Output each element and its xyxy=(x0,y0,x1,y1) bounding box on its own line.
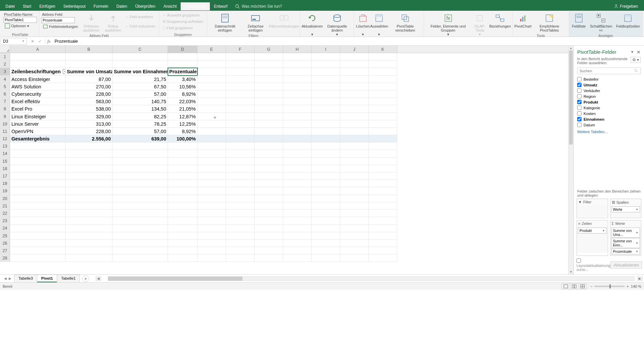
cell-D14[interactable] xyxy=(168,150,197,157)
row-header-13[interactable]: 13 xyxy=(0,143,10,150)
fieldlist-layout-icon[interactable]: ⚙ ▾ xyxy=(631,57,641,63)
fx-icon[interactable]: fx xyxy=(45,39,52,44)
cell-D23[interactable] xyxy=(168,217,197,225)
cell-B2[interactable] xyxy=(65,61,112,68)
zoom-in[interactable]: + xyxy=(627,284,629,288)
cell-H4[interactable] xyxy=(283,76,312,83)
cell-E15[interactable] xyxy=(197,158,226,165)
cell-I4[interactable] xyxy=(312,76,340,83)
cell-F25[interactable] xyxy=(226,232,255,240)
cell-H25[interactable] xyxy=(283,232,312,240)
cell-F19[interactable] xyxy=(226,187,255,195)
cell-K17[interactable] xyxy=(369,172,397,180)
cell-G24[interactable] xyxy=(255,225,283,232)
cell-K13[interactable] xyxy=(369,143,397,150)
cell-E4[interactable] xyxy=(197,76,226,83)
cell-I17[interactable] xyxy=(312,172,340,180)
row-header-8[interactable]: 8 xyxy=(0,105,10,113)
cell-J11[interactable] xyxy=(340,128,369,135)
cell-I11[interactable] xyxy=(312,128,340,135)
cell-F9[interactable] xyxy=(226,113,255,120)
cell-A16[interactable] xyxy=(10,165,65,172)
cell-I10[interactable] xyxy=(312,120,340,128)
cell-C24[interactable] xyxy=(112,225,168,232)
cell-E11[interactable] xyxy=(197,128,226,135)
cell-G12[interactable] xyxy=(255,135,283,143)
cell-I8[interactable] xyxy=(312,105,340,113)
tab-einfuegen[interactable]: Einfügen xyxy=(35,2,59,10)
cell-D15[interactable] xyxy=(168,158,197,165)
cell-C27[interactable] xyxy=(112,247,168,254)
cell-D3[interactable]: Prozentuale xyxy=(168,68,197,75)
cell-F8[interactable] xyxy=(226,105,255,113)
cell-G14[interactable] xyxy=(255,150,283,157)
cell-G26[interactable] xyxy=(255,240,283,247)
field-settings[interactable]: Feldeinstellungen xyxy=(41,24,79,30)
cell-C7[interactable]: 140,75 xyxy=(112,98,168,105)
cell-B4[interactable]: 87,00 xyxy=(65,76,112,83)
column-header-I[interactable]: I xyxy=(312,46,340,53)
cell-B23[interactable] xyxy=(65,217,112,225)
cell-H7[interactable] xyxy=(283,98,312,105)
cell-I13[interactable] xyxy=(312,143,340,150)
cell-C3[interactable]: Summe von Einnahmen xyxy=(112,68,168,75)
cell-K20[interactable] xyxy=(369,195,397,202)
cell-H16[interactable] xyxy=(283,165,312,172)
tell-me-search[interactable]: Was möchten Sie tun? xyxy=(232,4,285,9)
more-tables-link[interactable]: Weitere Tabellen... xyxy=(574,128,644,135)
cell-B21[interactable] xyxy=(65,202,112,210)
cell-K28[interactable] xyxy=(369,254,397,262)
cell-I23[interactable] xyxy=(312,217,340,225)
cell-B3[interactable]: Summe von Umsatz xyxy=(65,68,112,75)
hscroll-right[interactable]: ▶ xyxy=(637,276,643,281)
cell-A28[interactable] xyxy=(10,254,65,262)
area-filters[interactable]: ▼ Filter xyxy=(577,199,608,218)
cell-K6[interactable] xyxy=(369,90,397,98)
cell-C1[interactable] xyxy=(112,53,168,61)
field-umsatz[interactable]: Umsatz xyxy=(577,82,641,88)
cell-C11[interactable]: 57,00 xyxy=(112,128,168,135)
cell-B12[interactable]: 2.556,00 xyxy=(65,135,112,143)
formula-accept[interactable]: ✓ xyxy=(36,39,44,44)
cell-G4[interactable] xyxy=(255,76,283,83)
cell-C20[interactable] xyxy=(112,195,168,202)
field-produkt[interactable]: Produkt xyxy=(577,99,641,105)
cell-H10[interactable] xyxy=(283,120,312,128)
cell-A25[interactable] xyxy=(10,232,65,240)
cell-I18[interactable] xyxy=(312,180,340,187)
cell-B28[interactable] xyxy=(65,254,112,262)
name-box[interactable]: D3▼ xyxy=(1,38,27,45)
cell-C9[interactable]: 82,25 xyxy=(112,113,168,120)
cell-C28[interactable] xyxy=(112,254,168,262)
cell-F7[interactable] xyxy=(226,98,255,105)
cell-H14[interactable] xyxy=(283,150,312,157)
cell-I26[interactable] xyxy=(312,240,340,247)
cell-G16[interactable] xyxy=(255,165,283,172)
cell-J21[interactable] xyxy=(340,202,369,210)
cell-H6[interactable] xyxy=(283,90,312,98)
cell-A13[interactable] xyxy=(10,143,65,150)
cell-J16[interactable] xyxy=(340,165,369,172)
cell-J13[interactable] xyxy=(340,143,369,150)
column-header-A[interactable]: A xyxy=(10,46,65,53)
cell-H24[interactable] xyxy=(283,225,312,232)
row-header-27[interactable]: 27 xyxy=(0,247,10,254)
cell-E16[interactable] xyxy=(197,165,226,172)
cell-H23[interactable] xyxy=(283,217,312,225)
cell-B7[interactable]: 563,00 xyxy=(65,98,112,105)
fieldlist-search[interactable] xyxy=(577,68,641,74)
row-header-24[interactable]: 24 xyxy=(0,225,10,232)
cell-E21[interactable] xyxy=(197,202,226,210)
pill-produkt[interactable]: Produkt▼ xyxy=(578,228,607,234)
fieldlist-search-input[interactable] xyxy=(580,69,634,73)
cell-J27[interactable] xyxy=(340,247,369,254)
cell-G6[interactable] xyxy=(255,90,283,98)
view-normal[interactable] xyxy=(561,283,570,289)
cell-F3[interactable] xyxy=(226,68,255,75)
select-all-corner[interactable] xyxy=(0,46,10,53)
cell-H1[interactable] xyxy=(283,53,312,61)
column-header-J[interactable]: J xyxy=(340,46,369,53)
cell-J5[interactable] xyxy=(340,83,369,90)
add-sheet-button[interactable]: + xyxy=(82,275,89,282)
row-header-4[interactable]: 4 xyxy=(0,76,10,83)
